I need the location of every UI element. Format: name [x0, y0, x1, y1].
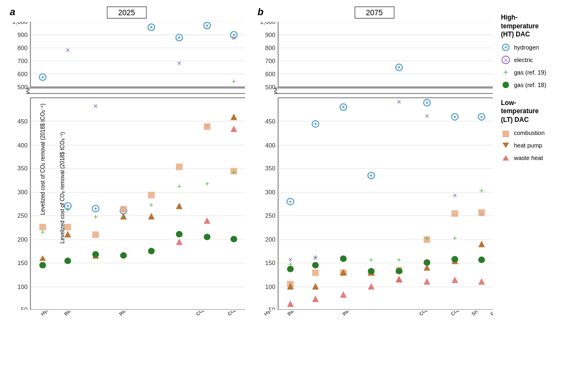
electric-label: electric: [514, 57, 533, 63]
svg-text:500: 500: [17, 84, 28, 90]
svg-text:50: 50: [21, 306, 28, 310]
svg-rect-48: [64, 224, 71, 230]
svg-text:×: ×: [177, 59, 181, 67]
svg-point-187: [454, 116, 456, 118]
svg-text:+: +: [503, 67, 508, 77]
svg-text:600: 600: [17, 71, 28, 77]
x-label-b-0: Hydro (H): [263, 311, 282, 317]
svg-text:×: ×: [452, 192, 457, 200]
svg-point-40: [41, 76, 44, 78]
svg-rect-55: [92, 231, 99, 238]
svg-point-146: [287, 266, 293, 272]
svg-text:×: ×: [231, 34, 236, 42]
svg-point-92: [230, 236, 237, 242]
svg-text:900: 900: [17, 32, 28, 38]
svg-rect-61: [120, 206, 127, 212]
svg-text:150: 150: [17, 260, 28, 266]
svg-point-193: [451, 256, 458, 262]
svg-text:400: 400: [17, 142, 28, 149]
hydrogen-icon: [501, 42, 511, 52]
svg-rect-216: [503, 131, 509, 137]
svg-text:×: ×: [65, 46, 70, 54]
panel-b-year: 2075: [354, 7, 394, 19]
svg-text:450: 450: [265, 118, 275, 125]
svg-point-171: [398, 66, 400, 69]
gas-ref19-icon: +: [501, 67, 511, 77]
svg-point-70: [148, 248, 155, 254]
svg-text:×: ×: [93, 102, 97, 110]
svg-text:700: 700: [17, 58, 28, 64]
svg-point-185: [424, 259, 430, 266]
svg-text:+: +: [231, 168, 236, 177]
svg-text:600: 600: [265, 71, 275, 77]
svg-text:250: 250: [265, 212, 275, 219]
legend-electric: × electric: [501, 55, 583, 65]
svg-text:+: +: [40, 228, 45, 236]
x-label-b-2: Renewables+storage, Ccgt (Rs.C): [341, 311, 398, 317]
heat-pump-icon: [501, 140, 511, 150]
svg-text:×: ×: [397, 97, 401, 106]
panel-a: a 2025 Levelized cost of CO₂ removal (20…: [5, 5, 248, 370]
svg-text:500: 500: [265, 84, 275, 90]
svg-text:×: ×: [504, 56, 508, 64]
svg-marker-219: [503, 155, 509, 161]
svg-rect-150: [312, 269, 318, 276]
x-label-a-4: Ccgt (C): [226, 311, 243, 317]
panel-a-year: 2025: [107, 7, 146, 19]
waste-heat-label: waste heat: [514, 155, 543, 161]
svg-text:350: 350: [17, 165, 28, 172]
chart-b-svg: 1,000 900 800 700 600 500: [259, 22, 493, 310]
x-label-a-3: Ccgt-ccs (Cc): [195, 311, 220, 317]
svg-text:400: 400: [265, 142, 275, 149]
ht-dac-title: High-temperature(HT) DAC: [501, 14, 583, 39]
x-label-b-5: Smr (S): [470, 311, 486, 317]
svg-point-157: [342, 106, 345, 108]
svg-text:+: +: [65, 206, 70, 214]
svg-rect-82: [204, 124, 210, 130]
legend-combustion: combustion: [501, 128, 583, 138]
svg-text:+: +: [149, 201, 154, 210]
svg-rect-197: [478, 209, 485, 216]
svg-point-80: [206, 24, 208, 27]
lt-dac-title: Low-temperature(LT) DAC: [501, 99, 583, 125]
svg-point-66: [150, 26, 152, 28]
svg-point-169: [368, 268, 375, 274]
svg-text:+: +: [369, 255, 373, 264]
charts-area: a 2025 Levelized cost of CO₂ removal (20…: [5, 5, 495, 370]
panel-b: b 2075 1,000 900 800 700: [253, 5, 495, 370]
waste-heat-icon: [501, 153, 511, 163]
svg-point-72: [178, 36, 180, 39]
svg-text:1,000: 1,000: [13, 22, 28, 25]
svg-text:200: 200: [265, 236, 275, 243]
x-label-b-1: Renewables, Ccgt (R.C): [286, 311, 328, 317]
x-label-b-3: Ccgt-ccs (Cc): [418, 311, 443, 317]
svg-text:+: +: [205, 180, 209, 188]
svg-text:300: 300: [17, 189, 28, 196]
svg-text:+: +: [452, 233, 457, 242]
svg-text:250: 250: [17, 212, 28, 219]
svg-text:450: 450: [17, 118, 28, 125]
svg-point-58: [92, 251, 99, 257]
legend-gas-ref18: gas (ref. 18): [501, 80, 583, 90]
svg-text:+: +: [397, 255, 401, 264]
svg-rect-189: [451, 210, 458, 217]
svg-text:+: +: [425, 233, 429, 242]
svg-text:1,000: 1,000: [260, 22, 275, 25]
svg-text:100: 100: [17, 284, 28, 290]
svg-text:+: +: [93, 212, 97, 221]
svg-text:350: 350: [265, 165, 275, 172]
svg-point-64: [120, 252, 127, 259]
svg-point-177: [396, 268, 402, 274]
svg-text:×: ×: [288, 255, 292, 264]
svg-point-164: [370, 174, 372, 176]
svg-rect-2: [11, 22, 245, 310]
gas-ref19-label: gas (ref. 19): [514, 69, 546, 76]
svg-text:+: +: [479, 187, 483, 195]
svg-point-77: [176, 231, 182, 237]
svg-point-215: [503, 82, 509, 88]
svg-text:900: 900: [265, 32, 275, 38]
panel-a-label: a: [10, 7, 15, 18]
x-label-a-0: Hydro (H): [40, 311, 59, 317]
svg-text:800: 800: [17, 45, 28, 51]
svg-text:50: 50: [268, 306, 275, 310]
